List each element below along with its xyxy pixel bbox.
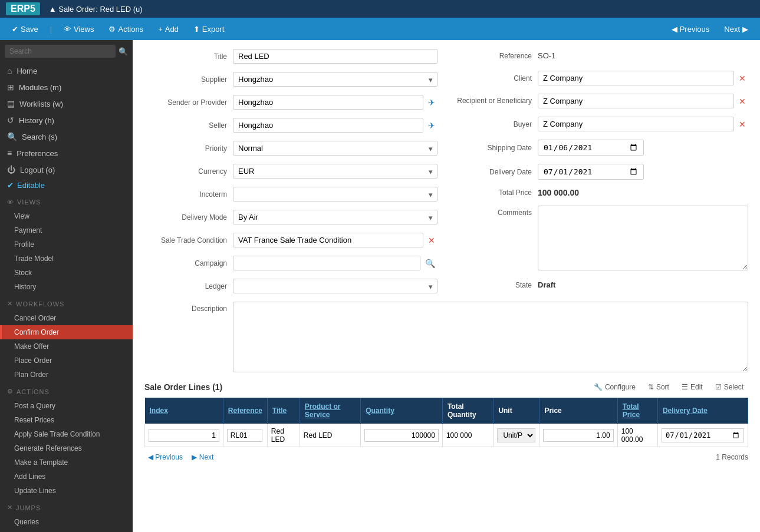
sender-clear-button[interactable]: ✈ [426, 97, 437, 108]
edit-icon: ☰ [682, 383, 688, 391]
search-input[interactable] [5, 45, 116, 58]
line-delivery-date-input[interactable] [662, 428, 744, 442]
sidebar-sub-related-packing[interactable]: Related Sale Packing List [0, 529, 133, 532]
sidebar-sub-history-views[interactable]: History [0, 280, 133, 294]
next-button[interactable]: Next ▶ [718, 22, 754, 37]
sidebar-sub-profile[interactable]: Profile [0, 237, 133, 252]
shipping-date-row: Shipping Date [455, 140, 748, 156]
cell-quantity [361, 424, 443, 447]
col-reference-link[interactable]: Reference [228, 407, 262, 415]
incoterm-select[interactable] [233, 187, 437, 201]
description-label: Description [144, 302, 227, 372]
export-button[interactable]: ⬆ Export [187, 22, 231, 37]
sidebar-sub-plan-order[interactable]: Plan Order [0, 368, 133, 382]
col-index-link[interactable]: Index [150, 407, 168, 415]
description-textarea[interactable] [233, 302, 748, 372]
shipping-date-input[interactable] [538, 140, 644, 156]
sidebar-item-worklists[interactable]: ▤ Worklists (w) [0, 95, 133, 112]
sidebar-item-modules[interactable]: ⊞ Modules (m) [0, 79, 133, 95]
client-clear-button[interactable]: ✕ [736, 72, 748, 84]
quantity-input[interactable] [364, 429, 439, 442]
previous-button[interactable]: ◀ Previous [666, 22, 716, 37]
sidebar-sub-trade-model[interactable]: Trade Model [0, 252, 133, 266]
sidebar-sub-generate-refs[interactable]: Generate References [0, 441, 133, 455]
client-input[interactable] [538, 71, 734, 85]
sidebar-sub-make-template[interactable]: Make a Template [0, 455, 133, 470]
delivery-mode-select[interactable]: By Air [233, 210, 437, 224]
state-row: State Draft [455, 280, 748, 289]
sidebar-sub-add-lines[interactable]: Add Lines [0, 470, 133, 484]
editable-row[interactable]: ✔ Editable [0, 178, 133, 193]
col-delivery-date-link[interactable]: Delivery Date [663, 407, 708, 415]
seller-clear-button[interactable]: ✈ [426, 120, 437, 131]
sidebar-sub-place-order[interactable]: Place Order [0, 353, 133, 368]
reference-input[interactable] [227, 429, 262, 442]
save-button[interactable]: ✔ Save [6, 22, 44, 37]
sidebar-sub-cancel-order[interactable]: Cancel Order [0, 311, 133, 325]
sidebar-item-search[interactable]: 🔍 Search (s) [0, 128, 133, 145]
sidebar-sub-post-query[interactable]: Post a Query [0, 399, 133, 413]
priority-label: Priority [144, 144, 227, 153]
buyer-clear-button[interactable]: ✕ [736, 118, 748, 130]
campaign-input[interactable] [233, 256, 420, 270]
recipient-clear-button[interactable]: ✕ [736, 95, 748, 107]
col-quantity-link[interactable]: Quantity [366, 407, 394, 415]
sidebar-sub-make-offer[interactable]: Make Offer [0, 339, 133, 353]
col-total-price-link[interactable]: Total Price [623, 402, 640, 419]
sale-trade-row: Sale Trade Condition ✕ [144, 233, 437, 247]
select-button[interactable]: ☑ Select [710, 381, 748, 393]
actions-button[interactable]: ⚙ Actions [103, 22, 149, 37]
ledger-select[interactable] [233, 279, 437, 293]
supplier-label: Supplier [144, 75, 227, 84]
sol-next-button[interactable]: ▶ Next [188, 452, 217, 462]
sidebar-sub-stock[interactable]: Stock [0, 266, 133, 280]
add-icon: + [158, 25, 163, 34]
views-section: 👁 VIEWS [0, 195, 133, 209]
incoterm-label: Incoterm [144, 190, 227, 199]
title-input[interactable] [233, 49, 437, 64]
col-total-price: Total Price [617, 398, 657, 424]
add-button[interactable]: + Add [152, 22, 185, 37]
supplier-select[interactable]: Hongzhao [233, 72, 437, 87]
campaign-search-button[interactable]: 🔍 [423, 257, 437, 269]
sol-title: Sale Order Lines (1) [144, 382, 222, 392]
comments-textarea[interactable] [538, 206, 748, 270]
export-icon: ⬆ [193, 25, 200, 34]
sale-trade-input[interactable] [233, 233, 423, 247]
sidebar-item-home[interactable]: ⌂ Home [0, 62, 133, 79]
table-row: Red LED Red LED 100 000 Unit/P [145, 424, 748, 447]
recipient-input[interactable] [538, 94, 734, 108]
col-product-link[interactable]: Product or Service [305, 402, 341, 419]
delivery-date-input[interactable] [538, 164, 644, 180]
sidebar-sub-update-lines[interactable]: Update Lines [0, 484, 133, 498]
sidebar-sub-view[interactable]: View [0, 209, 133, 223]
edit-button[interactable]: ☰ Edit [677, 381, 708, 393]
sender-input[interactable] [233, 95, 423, 110]
col-title-link[interactable]: Title [272, 407, 287, 415]
currency-select[interactable]: EUR [233, 164, 437, 179]
priority-select[interactable]: Normal [233, 141, 437, 156]
sidebar-sub-payment[interactable]: Payment [0, 223, 133, 237]
currency-row: Currency EUR [144, 164, 437, 179]
sol-previous-button[interactable]: ◀ Previous [144, 452, 186, 462]
sidebar-item-history[interactable]: ↺ History (h) [0, 112, 133, 128]
sort-button[interactable]: ⇅ Sort [643, 381, 674, 393]
sale-trade-clear-button[interactable]: ✕ [426, 234, 437, 246]
views-button[interactable]: 👁 Views [58, 22, 100, 37]
buyer-input[interactable] [538, 117, 734, 131]
sidebar-sub-reset-prices[interactable]: Reset Prices [0, 413, 133, 427]
incoterm-field [233, 187, 437, 201]
unit-select[interactable]: Unit/P [497, 428, 535, 442]
sidebar-item-logout[interactable]: ⏻ Logout (o) [0, 161, 133, 178]
sidebar-item-preferences[interactable]: ≡ Preferences [0, 145, 133, 161]
prev-icon: ◀ [672, 25, 677, 34]
sidebar-sub-confirm-order[interactable]: Confirm Order [0, 325, 133, 339]
title-field [233, 49, 437, 64]
sidebar-sub-queries[interactable]: Queries [0, 515, 133, 529]
seller-input[interactable] [233, 118, 423, 133]
price-input[interactable] [543, 429, 613, 442]
priority-row: Priority Normal [144, 141, 437, 156]
sidebar-sub-apply-trade[interactable]: Apply Sale Trade Condition [0, 427, 133, 441]
configure-button[interactable]: 🔧 Configure [589, 381, 640, 393]
index-input[interactable] [149, 429, 219, 442]
